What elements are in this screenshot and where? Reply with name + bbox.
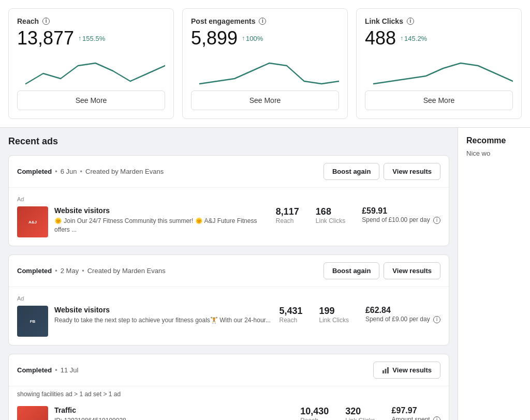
ad-date: 6 Jun <box>61 168 77 175</box>
clicks-metric: 320 Link Clicks <box>345 406 375 420</box>
chart-icon <box>382 367 389 374</box>
view-results-button[interactable]: View results <box>384 262 440 279</box>
chart-link-clicks <box>365 55 513 86</box>
dot-separator: • <box>55 366 57 374</box>
ad-card-header: Completed • 2 May •Created by Marden Eva… <box>9 255 449 287</box>
header-actions: View results <box>373 362 440 379</box>
spend-info: £59.91 Spend of £10.00 per day i <box>362 206 440 224</box>
view-results-button[interactable]: View results <box>384 163 440 180</box>
metric-card-reach: Reach i 13,877 ↑ 155.5% See More <box>8 8 174 119</box>
ad-desc: ID: 120210864519190028 <box>54 416 294 420</box>
metric-card-post-engagements: Post engagements i 5,899 ↑ 100% See More <box>182 8 348 119</box>
reach-label: Reach <box>276 217 299 224</box>
ad-name: Traffic <box>54 406 294 414</box>
metric-title-reach: Reach i <box>17 17 165 25</box>
reach-metric: 10,430 Reach <box>300 406 329 420</box>
header-actions: Boost again View results <box>323 163 440 180</box>
ad-date: 11 Jul <box>61 366 79 374</box>
ad-card: Completed • 6 Jun •Created by Marden Eva… <box>8 155 449 246</box>
reach-number: 8,117 <box>276 206 299 217</box>
ad-name: Website visitors <box>54 206 270 215</box>
ad-status-info: Completed • 2 May •Created by Marden Eva… <box>17 267 166 275</box>
clicks-label: Link Clicks <box>345 417 375 420</box>
chart-post-engagements <box>191 55 339 86</box>
dot-separator: • <box>82 267 84 275</box>
ad-thumbnail: FB <box>17 306 48 337</box>
clicks-metric: 199 Link Clicks <box>319 306 349 324</box>
spend-info: £97.97 Amount spent i <box>392 406 440 420</box>
metric-change-reach: ↑ 155.5% <box>78 35 105 42</box>
ad-metrics: 5,431 Reach 199 Link Clicks £62.84 Spend… <box>279 306 440 324</box>
info-icon-link-clicks[interactable]: i <box>407 18 414 25</box>
status-badge: Completed <box>17 267 52 275</box>
spend-amount: £59.91 <box>362 206 440 216</box>
ads-list: Completed • 6 Jun •Created by Marden Eva… <box>8 155 449 420</box>
section-title: Recent ads <box>8 136 449 147</box>
top-metrics-bar: Reach i 13,877 ↑ 155.5% See More Post en… <box>0 0 530 128</box>
spend-info-icon[interactable]: i <box>433 416 440 420</box>
reach-metric: 8,117 Reach <box>276 206 299 224</box>
recent-ads-section: Recent ads Completed • 6 Jun •Created by… <box>0 128 458 420</box>
ad-info: Website visitors Ready to take the next … <box>54 306 273 325</box>
svg-rect-2 <box>387 367 389 373</box>
dot-separator: • <box>55 168 57 175</box>
ad-info: Website visitors 🌞 Join Our 24/7 Fitness… <box>54 206 270 234</box>
view-results-button[interactable]: View results <box>373 362 440 379</box>
ad-thumbnail: Ad <box>17 406 48 420</box>
see-more-button-link-clicks[interactable]: See More <box>365 91 513 110</box>
status-badge: Completed <box>17 366 52 374</box>
spend-info-icon[interactable]: i <box>433 217 440 224</box>
spend-amount: £62.84 <box>365 306 440 315</box>
spend-info: £62.84 Spend of £9.00 per day i <box>365 306 440 324</box>
right-panel-title: Recomme <box>466 136 522 145</box>
ad-status-info: Completed • 6 Jun •Created by Marden Eva… <box>17 168 164 175</box>
clicks-number: 168 <box>316 206 345 217</box>
clicks-metric: 168 Link Clicks <box>316 206 345 224</box>
status-badge: Completed <box>17 168 52 175</box>
svg-rect-1 <box>385 369 387 373</box>
dot-separator: • <box>55 267 57 275</box>
ad-desc: Ready to take the next step to achieve y… <box>54 316 273 325</box>
spend-desc: Spend of £9.00 per day i <box>365 315 440 324</box>
ad-body: Ad Traffic ID: 120210864519190028 10,430… <box>9 398 449 420</box>
ad-content-row: A&J Website visitors 🌞 Join Our 24/7 Fit… <box>17 206 440 237</box>
spend-info-icon[interactable]: i <box>433 316 440 323</box>
ad-card-header: Completed • 6 Jun •Created by Marden Eva… <box>9 156 449 188</box>
ad-metrics: 10,430 Reach 320 Link Clicks £97.97 Amou… <box>300 406 440 420</box>
metric-value-post-engagements: 5,899 ↑ 100% <box>191 27 339 49</box>
ad-date: 2 May <box>61 267 79 275</box>
reach-label: Reach <box>279 317 302 324</box>
ad-info: Traffic ID: 120210864519190028 <box>54 406 294 420</box>
arrow-up-icon: ↑ <box>400 35 403 42</box>
svg-rect-0 <box>382 370 384 373</box>
boost-again-button[interactable]: Boost again <box>323 163 379 180</box>
main-layout: Recent ads Completed • 6 Jun •Created by… <box>0 128 530 420</box>
right-panel-text: Nice wo <box>466 149 522 157</box>
sub-info: showing facilities ad > 1 ad set > 1 ad <box>9 386 449 398</box>
right-panel: Recomme Nice wo <box>458 128 530 420</box>
metric-value-reach: 13,877 ↑ 155.5% <box>17 27 165 49</box>
spend-desc: Spend of £10.00 per day i <box>362 216 440 224</box>
metric-change-link-clicks: ↑ 145.2% <box>400 35 427 42</box>
metric-card-link-clicks: Link Clicks i 488 ↑ 145.2% See More <box>356 8 522 119</box>
ad-body: Ad A&J Website visitors 🌞 Join Our 24/7 … <box>9 188 449 246</box>
info-icon-reach[interactable]: i <box>42 18 50 25</box>
clicks-label: Link Clicks <box>316 217 345 224</box>
arrow-up-icon: ↑ <box>242 35 245 42</box>
chart-reach <box>17 55 165 86</box>
boost-again-button[interactable]: Boost again <box>323 262 379 279</box>
dot-separator: • <box>80 168 83 175</box>
header-actions: Boost again View results <box>323 262 440 279</box>
info-icon-post-engagements[interactable]: i <box>259 18 266 25</box>
see-more-button-post-engagements[interactable]: See More <box>191 91 339 110</box>
reach-number: 5,431 <box>279 306 302 317</box>
ad-card: Completed • 11 Jul View results showing … <box>8 354 449 420</box>
clicks-number: 199 <box>319 306 349 317</box>
see-more-button-reach[interactable]: See More <box>17 91 165 110</box>
ad-status-info: Completed • 11 Jul <box>17 366 78 374</box>
reach-metric: 5,431 Reach <box>279 306 302 324</box>
ad-creator: Created by Marden Evans <box>87 267 166 275</box>
clicks-label: Link Clicks <box>319 317 349 324</box>
spend-amount: £97.97 <box>392 406 440 415</box>
ad-thumbnail: A&J <box>17 206 48 237</box>
